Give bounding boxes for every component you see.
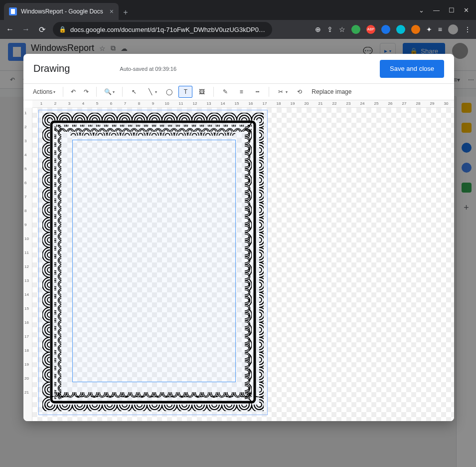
docs-favicon-icon [9, 7, 17, 15]
border-weight-icon[interactable]: ≡ [235, 86, 248, 97]
extension-fox-icon[interactable] [411, 25, 420, 34]
extensions-icon[interactable]: ✦ [426, 25, 432, 33]
forward-button[interactable]: → [21, 25, 31, 34]
border-dash-icon[interactable]: ┅ [251, 86, 264, 97]
undo-draw-icon[interactable]: ↶ [68, 87, 78, 97]
redo-draw-icon[interactable]: ↷ [81, 87, 91, 97]
window-controls: ⌄ — ☐ ✕ [412, 0, 476, 20]
star-icon[interactable]: ☆ [339, 25, 345, 33]
minimize-icon[interactable]: — [433, 6, 440, 14]
playlist-icon[interactable]: ≡ [438, 25, 442, 33]
browser-tab[interactable]: WindowsReport - Google Docs × [4, 3, 119, 20]
svg-rect-8 [245, 125, 252, 399]
autosave-status: Auto-saved at 09:39:16 [120, 66, 176, 72]
drawing-header: Drawing Auto-saved at 09:39:16 Save and … [23, 54, 454, 84]
close-tab-icon[interactable]: × [110, 7, 114, 15]
drawing-ruler-horizontal: 1234567891011121314151617181920212223242… [32, 100, 454, 108]
search-url-icon[interactable]: ⊕ [315, 25, 321, 33]
zoom-draw-icon[interactable]: 🔍▾ [102, 87, 117, 97]
extension-s-icon[interactable] [381, 25, 390, 34]
lock-icon: 🔒 [59, 26, 66, 33]
url-text: docs.google.com/document/d/1q-71oFwK_DWh… [70, 26, 265, 33]
browser-address-bar: ← → ⟳ 🔒 docs.google.com/document/d/1q-71… [0, 20, 476, 39]
actions-menu[interactable]: Actions ▾ [30, 87, 58, 97]
svg-rect-7 [54, 125, 61, 399]
url-field[interactable]: 🔒 docs.google.com/document/d/1q-71oFwK_D… [53, 22, 272, 37]
back-button[interactable]: ← [5, 25, 15, 34]
svg-rect-6 [54, 392, 252, 399]
crop-icon[interactable]: ✂▾ [274, 86, 290, 97]
select-tool-icon[interactable]: ↖ [128, 86, 141, 97]
share-url-icon[interactable]: ⇪ [327, 25, 333, 33]
drawing-ruler-vertical: 123456789101112131415161718192021 [23, 108, 32, 421]
tab-title: WindowsReport - Google Docs [21, 8, 106, 15]
extension-abp-icon[interactable]: ABP [366, 25, 375, 34]
line-tool-icon[interactable]: ╲▾ [144, 86, 159, 97]
close-window-icon[interactable]: ✕ [464, 6, 469, 14]
svg-rect-5 [54, 125, 252, 132]
browser-tab-strip: WindowsReport - Google Docs × + ⌄ — ☐ ✕ [0, 0, 476, 20]
drawing-canvas[interactable] [32, 108, 454, 421]
caret-down-icon[interactable]: ⌄ [419, 6, 424, 14]
textbox-tool-icon[interactable]: T [178, 86, 192, 98]
profile-avatar-icon[interactable] [448, 24, 458, 34]
reset-image-icon[interactable]: ⟲ [293, 86, 306, 97]
selection-bounds-inner[interactable] [72, 140, 236, 382]
replace-image-button[interactable]: Replace image [309, 87, 354, 97]
drawing-modal: Drawing Auto-saved at 09:39:16 Save and … [23, 54, 454, 421]
extension-robot-icon[interactable] [396, 25, 405, 34]
maximize-icon[interactable]: ☐ [449, 6, 455, 14]
browser-menu-icon[interactable]: ⋮ [464, 25, 471, 33]
extension-beta-icon[interactable] [351, 25, 360, 34]
reload-button[interactable]: ⟳ [37, 25, 47, 34]
shape-tool-icon[interactable]: ◯ [162, 86, 175, 97]
drawing-toolbar: Actions ▾ ↶ ↷ 🔍▾ ↖ ╲▾ ◯ T 🖼 ✎ ≡ ┅ ✂▾ ⟲ R… [23, 84, 454, 100]
drawing-title: Drawing [33, 63, 70, 74]
image-tool-icon[interactable]: 🖼 [195, 86, 208, 97]
border-color-icon[interactable]: ✎ [219, 86, 232, 97]
save-and-close-button[interactable]: Save and close [380, 60, 444, 78]
new-tab-button[interactable]: + [119, 8, 133, 20]
